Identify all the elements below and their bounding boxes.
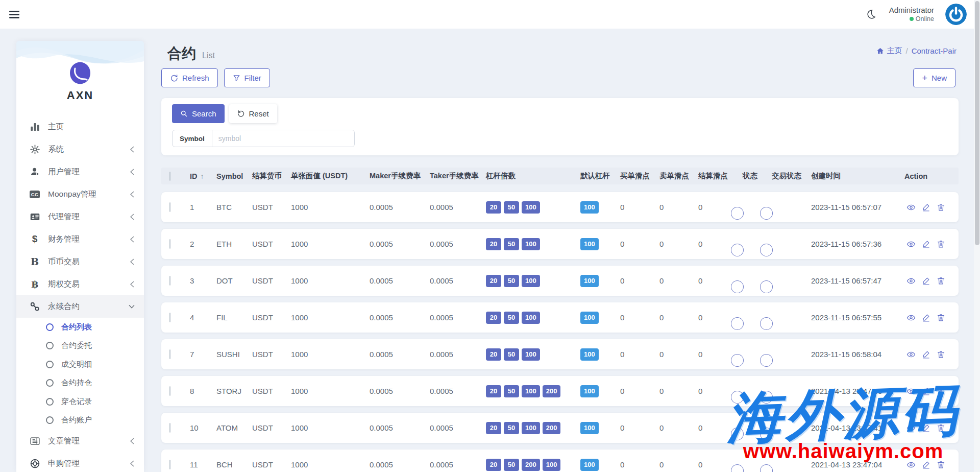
row-checkbox[interactable] [169, 313, 170, 322]
sidebar-item-moonpay[interactable]: CCMoonpay管理 [16, 183, 144, 205]
circle-icon [46, 379, 54, 387]
sidebar-item-agents[interactable]: 代理管理 [16, 205, 144, 228]
cell-taker-fee: 0.0005 [430, 350, 486, 359]
cell-symbol: BCH [216, 460, 252, 469]
sidebar-item-label: 主页 [48, 122, 135, 132]
sidebar-item-perpetual[interactable]: 永续合约 [16, 295, 144, 318]
view-eye-icon[interactable] [906, 350, 916, 359]
leverage-badge: 100 [522, 201, 540, 214]
leverage-badge: 20 [486, 201, 501, 214]
submenu-item-liquidation-log[interactable]: 穿仓记录 [16, 392, 144, 411]
symbol-input[interactable] [212, 130, 354, 147]
delete-trash-icon[interactable] [936, 387, 945, 396]
user-block[interactable]: Administrator Online [889, 6, 934, 23]
cell-maker-fee: 0.0005 [370, 240, 430, 248]
sort-asc-icon[interactable]: ↑ [201, 172, 204, 180]
circle-icon [46, 342, 54, 349]
header--: 买单滑点 [620, 171, 659, 181]
cell-actions [904, 203, 959, 212]
delete-trash-icon[interactable] [936, 350, 945, 359]
header-taker-: Taker手续费率 [430, 171, 486, 181]
row-checkbox[interactable] [169, 386, 170, 396]
filter-button[interactable]: Filter [224, 68, 270, 87]
edit-pencil-icon[interactable] [921, 276, 930, 286]
table-row: 2ETHUSDT10000.00050.00052050100100000202… [161, 229, 959, 259]
delete-trash-icon[interactable] [936, 240, 945, 249]
row-checkbox[interactable] [169, 349, 170, 359]
cell-leverages: 2050100 [486, 201, 580, 214]
sidebar-item-articles[interactable]: 文章管理 [16, 430, 144, 452]
row-checkbox[interactable] [169, 423, 170, 433]
dark-mode-moon-icon[interactable] [864, 7, 878, 21]
avatar[interactable] [945, 4, 967, 25]
delete-trash-icon[interactable] [936, 313, 945, 322]
edit-pencil-icon[interactable] [921, 387, 930, 396]
cell-symbol: ETH [216, 240, 252, 248]
cell-created-at: 2023-11-15 06:57:55 [811, 313, 904, 322]
chevron-left-icon [129, 437, 135, 444]
submenu-item-trade-details[interactable]: 成交明细 [16, 355, 144, 374]
menu-toggle-icon[interactable] [9, 11, 19, 18]
cell-face-value: 1000 [291, 460, 370, 469]
delete-trash-icon[interactable] [936, 203, 945, 212]
view-eye-icon[interactable] [906, 276, 916, 286]
edit-pencil-icon[interactable] [921, 350, 930, 359]
sidebar-item-options-trade[interactable]: ฿期权交易 [16, 273, 144, 295]
sidebar-item-spot-trade[interactable]: B币币交易 [16, 250, 144, 273]
default-leverage-badge: 100 [580, 422, 599, 434]
scrollbar-track[interactable] [974, 0, 980, 472]
delete-trash-icon[interactable] [936, 460, 945, 469]
leverage-badge: 200 [543, 385, 561, 397]
cell-default-leverage: 100 [580, 385, 620, 397]
edit-pencil-icon[interactable] [921, 423, 930, 433]
sidebar-item-label: 财务管理 [48, 234, 129, 245]
cell-default-leverage: 100 [580, 201, 620, 214]
view-eye-icon[interactable] [906, 387, 916, 396]
row-checkbox-cell [161, 276, 190, 285]
submenu-item-contract-account[interactable]: 合约账户 [16, 411, 144, 430]
view-eye-icon[interactable] [906, 423, 916, 433]
default-leverage-badge: 100 [580, 238, 599, 250]
new-button[interactable]: + New [913, 68, 955, 87]
row-checkbox[interactable] [169, 239, 170, 249]
cell-created-at: 2021-04-13 23:47:40 [811, 387, 904, 395]
breadcrumb-home-link[interactable]: 主页 [876, 46, 902, 56]
select-all-checkbox[interactable] [169, 172, 170, 181]
cell-settle-currency: USDT [252, 350, 291, 359]
search-button[interactable]: Search [172, 104, 225, 123]
edit-pencil-icon[interactable] [921, 313, 930, 322]
leverage-badge: 50 [504, 238, 519, 250]
filter-icon [233, 74, 240, 82]
breadcrumb-current[interactable]: Contract-Pair [912, 46, 957, 55]
refresh-button[interactable]: Refresh [161, 68, 218, 87]
submenu-item-contract-orders[interactable]: 合约委托 [16, 337, 144, 356]
row-checkbox[interactable] [169, 202, 170, 212]
row-checkbox[interactable] [169, 276, 170, 286]
cell-buy-slippage: 0 [620, 350, 659, 359]
sidebar-item-subscriptions[interactable]: 申购管理 [16, 452, 144, 472]
cell-buy-slippage: 0 [620, 313, 659, 322]
edit-pencil-icon[interactable] [921, 203, 930, 212]
cell-settle-currency: USDT [252, 423, 291, 432]
sidebar-item-home[interactable]: 主页 [16, 115, 144, 138]
cell-maker-fee: 0.0005 [370, 350, 430, 359]
sidebar-item-system[interactable]: 系统 [16, 138, 144, 160]
delete-trash-icon[interactable] [936, 276, 945, 286]
row-checkbox[interactable] [169, 460, 170, 469]
view-eye-icon[interactable] [906, 203, 916, 212]
submenu-item-contract-list[interactable]: 合约列表 [16, 318, 144, 337]
submenu-item-contract-position[interactable]: 合约持仓 [16, 374, 144, 393]
sidebar-item-users[interactable]: 用户管理 [16, 160, 144, 183]
view-eye-icon[interactable] [906, 313, 916, 322]
sidebar-item-label: 文章管理 [48, 436, 129, 446]
scrollbar-thumb[interactable] [975, 1, 979, 245]
delete-trash-icon[interactable] [936, 423, 945, 433]
edit-pencil-icon[interactable] [921, 460, 930, 469]
view-eye-icon[interactable] [906, 240, 916, 249]
chevron-down-icon [129, 303, 135, 310]
cell-face-value: 1000 [291, 423, 370, 432]
edit-pencil-icon[interactable] [921, 240, 930, 249]
sidebar-item-finance[interactable]: $财务管理 [16, 228, 144, 250]
reset-button[interactable]: Reset [229, 104, 277, 123]
view-eye-icon[interactable] [906, 460, 916, 469]
